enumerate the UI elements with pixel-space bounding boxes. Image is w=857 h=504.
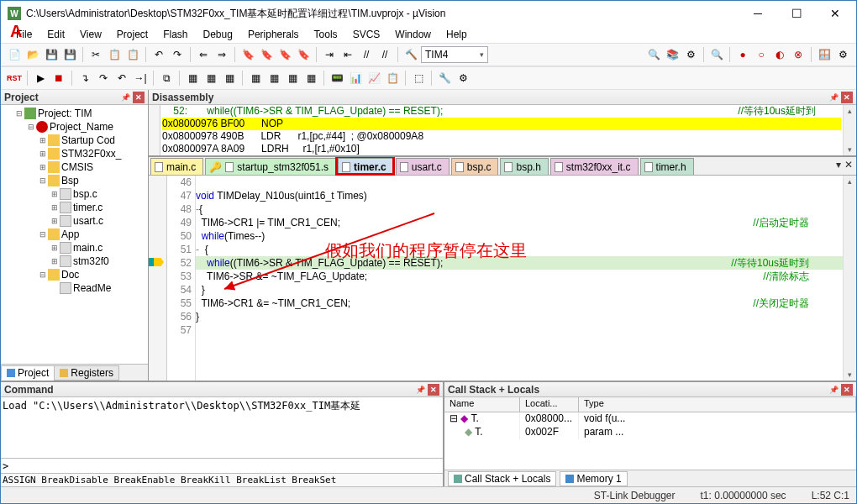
pin-icon[interactable]: 📌 (414, 384, 426, 396)
show-code-icon[interactable]: ⧉ (158, 70, 175, 87)
menu-project[interactable]: Project (110, 27, 155, 42)
indent-icon[interactable]: ⇥ (321, 46, 338, 63)
tab-memory[interactable]: Memory 1 (560, 471, 627, 486)
tab-close-icon[interactable]: ✕ (844, 159, 853, 171)
menu-help[interactable]: Help (439, 27, 474, 42)
nav-fwd-icon[interactable]: ⇒ (213, 46, 230, 63)
menu-svcs[interactable]: SVCS (346, 27, 387, 42)
find-combo[interactable]: TIM4 (421, 46, 488, 63)
menu-flash[interactable]: Flash (156, 27, 194, 42)
config-icon[interactable]: ⚙ (834, 46, 851, 63)
debug-icon[interactable]: 🔍 (708, 46, 725, 63)
instr-trace-icon[interactable]: ⬚ (410, 70, 427, 87)
stop-icon[interactable]: ⏹ (50, 70, 67, 87)
code-editor[interactable]: 464748495051525354555657 void TIMDelay_N… (149, 176, 856, 381)
tab-dropdown-icon[interactable]: ▾ (836, 159, 841, 171)
menu-peripherals[interactable]: Peripherals (241, 27, 306, 42)
step-out-icon[interactable]: ↶ (113, 70, 130, 87)
run-to-cursor-icon[interactable]: →| (132, 70, 149, 87)
new-file-icon[interactable]: 📄 (6, 46, 23, 63)
tab-project[interactable]: Project (1, 365, 55, 381)
cut-icon[interactable]: ✂ (87, 46, 104, 63)
uncomment-icon[interactable]: // (376, 46, 393, 63)
statusbar: ST-Link Debugger t1: 0.00000000 sec L:52… (1, 486, 856, 503)
redo-icon[interactable]: ↷ (169, 46, 186, 63)
options-icon[interactable]: ⚙ (455, 70, 471, 87)
copy-icon[interactable]: 📋 (106, 46, 123, 63)
win-memory-icon[interactable]: ▦ (302, 70, 319, 87)
close-panel-icon[interactable]: ✕ (841, 384, 853, 396)
undo-icon[interactable]: ↶ (150, 46, 167, 63)
command-input[interactable]: > (1, 458, 443, 473)
disassembly-body[interactable]: 52: while((TIM6->SR & TIM_FLAG_Update) =… (160, 105, 843, 155)
bp-disable-icon[interactable]: ◐ (771, 46, 788, 63)
win-cmd-icon[interactable]: ▦ (184, 70, 201, 87)
file-tabs: main.c 🔑startup_stm32f051.s timer.c usar… (149, 157, 856, 176)
menu-window[interactable]: Window (388, 27, 438, 42)
minimize-button[interactable]: ─ (739, 1, 777, 26)
run-icon[interactable]: ▶ (32, 70, 49, 87)
scrollbar[interactable]: ▴▾ (843, 176, 856, 381)
file-tab-startup[interactable]: 🔑startup_stm32f051.s (205, 158, 336, 175)
file-tab-bspc[interactable]: bsp.c (451, 158, 499, 175)
outdent-icon[interactable]: ⇤ (339, 46, 356, 63)
win-regs-icon[interactable]: ▦ (247, 70, 264, 87)
pin-icon[interactable]: 📌 (828, 384, 839, 396)
trace-icon[interactable]: 📈 (365, 70, 382, 87)
win-stack-icon[interactable]: ▦ (266, 70, 282, 87)
nav-back-icon[interactable]: ⇐ (195, 46, 212, 63)
pin-icon[interactable]: 📌 (119, 92, 131, 103)
menu-view[interactable]: View (73, 27, 108, 42)
status-debugger: ST-Link Debugger (594, 490, 676, 501)
win-watch-icon[interactable]: ▦ (284, 70, 301, 87)
bp-kill-icon[interactable]: ⊗ (790, 46, 807, 63)
menu-tools[interactable]: Tools (308, 27, 344, 42)
step-into-icon[interactable]: ↴ (76, 70, 93, 87)
menu-edit[interactable]: Edit (40, 27, 71, 42)
pin-icon[interactable]: 📌 (828, 92, 839, 103)
comment-icon[interactable]: // (358, 46, 375, 63)
bp-insert-icon[interactable]: ● (734, 46, 751, 63)
bookmark-clear-icon[interactable]: 🔖 (295, 46, 312, 63)
tab-registers[interactable]: Registers (54, 365, 119, 381)
bp-enable-icon[interactable]: ○ (753, 46, 770, 63)
file-tab-usart[interactable]: usart.c (396, 158, 450, 175)
toolbox-icon[interactable]: 🔧 (436, 70, 453, 87)
save-all-icon[interactable]: 💾 (61, 46, 78, 63)
project-tree[interactable]: ⊟Project: TIM ⊟Project_Name ⊞Startup Cod… (1, 105, 148, 364)
close-button[interactable]: ✕ (816, 1, 854, 26)
bookmark-icon[interactable]: 🔖 (239, 46, 256, 63)
bookmark-next-icon[interactable]: 🔖 (276, 46, 293, 63)
command-output[interactable]: Load "C:\\Users\\Administrator\\Desktop\… (1, 397, 443, 458)
save-icon[interactable]: 💾 (43, 46, 60, 63)
manage-icon[interactable]: ⚙ (682, 46, 699, 63)
serial-icon[interactable]: 📟 (329, 70, 345, 87)
command-assign: ASSIGN BreakDisable BreakEnable BreakKil… (1, 473, 443, 486)
close-panel-icon[interactable]: ✕ (133, 92, 145, 103)
file-tab-main[interactable]: main.c (150, 158, 203, 175)
callstack-table[interactable]: Name Locati... Type ⊟ ◆ T. 0x08000... vo… (444, 397, 856, 470)
tab-callstack[interactable]: Call Stack + Locals (448, 471, 556, 486)
books-icon[interactable]: 📚 (664, 46, 681, 63)
open-file-icon[interactable]: 📂 (24, 46, 41, 63)
win-disasm-icon[interactable]: ▦ (202, 70, 219, 87)
reset-icon[interactable]: RST (6, 70, 23, 87)
scrollbar[interactable]: ▴▾ (843, 105, 856, 155)
find-icon[interactable]: 🔍 (645, 46, 662, 63)
step-over-icon[interactable]: ↷ (95, 70, 112, 87)
maximize-button[interactable]: ☐ (777, 1, 816, 26)
build-icon[interactable]: 🔨 (402, 46, 419, 63)
paste-icon[interactable]: 📋 (124, 46, 141, 63)
close-panel-icon[interactable]: ✕ (841, 92, 853, 103)
window-icon[interactable]: 🪟 (816, 46, 833, 63)
win-symbols-icon[interactable]: ▦ (221, 70, 238, 87)
close-panel-icon[interactable]: ✕ (428, 384, 439, 396)
file-tab-it[interactable]: stm32f0xx_it.c (550, 158, 639, 175)
sys-analyzer-icon[interactable]: 📋 (384, 70, 401, 87)
file-tab-timer[interactable]: timer.c (338, 158, 394, 175)
file-tab-timerh[interactable]: timer.h (640, 158, 694, 175)
file-tab-bsph[interactable]: bsp.h (500, 158, 548, 175)
menu-debug[interactable]: Debug (197, 27, 239, 42)
analyzer-icon[interactable]: 📊 (347, 70, 364, 87)
bookmark-prev-icon[interactable]: 🔖 (258, 46, 275, 63)
